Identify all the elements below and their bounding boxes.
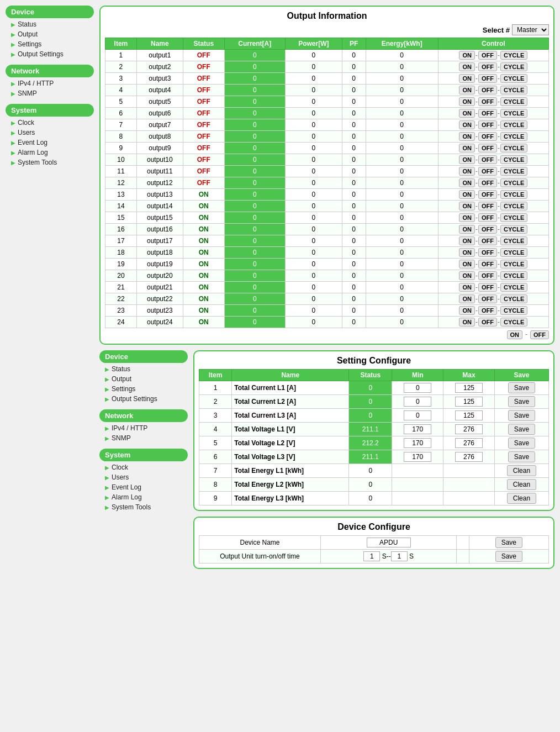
sidebar-item-system-tools[interactable]: ▶System Tools	[99, 502, 188, 512]
cycle-button[interactable]: CYCLE	[500, 236, 527, 245]
off-button[interactable]: OFF	[478, 236, 497, 245]
bottom-on-button[interactable]: ON	[507, 330, 523, 339]
setting-max-input[interactable]	[455, 452, 483, 462]
sidebar-item-output[interactable]: ▶Output	[6, 29, 94, 39]
cycle-button[interactable]: CYCLE	[500, 283, 527, 292]
sidebar-item-event-log[interactable]: ▶Event Log	[6, 138, 94, 148]
setting-min[interactable]	[392, 436, 443, 450]
off-button[interactable]: OFF	[478, 97, 497, 106]
sidebar-item-event-log[interactable]: ▶Event Log	[99, 482, 188, 492]
sidebar-item-snmp[interactable]: ▶SNMP	[6, 88, 94, 98]
sidebar-item-status[interactable]: ▶Status	[6, 19, 94, 29]
setting-max[interactable]	[443, 395, 495, 409]
setting-min-input[interactable]	[404, 424, 431, 434]
setting-action[interactable]: Clean	[494, 464, 548, 478]
setting-min[interactable]	[392, 381, 443, 395]
device-on-time-input[interactable]	[363, 551, 380, 561]
sidebar-item-snmp[interactable]: ▶SNMP	[99, 433, 188, 443]
cycle-button[interactable]: CYCLE	[500, 74, 527, 83]
sidebar-item-output-settings[interactable]: ▶Output Settings	[99, 394, 188, 404]
device-off-time-input[interactable]	[391, 551, 408, 561]
sidebar-item-system-tools[interactable]: ▶System Tools	[6, 157, 94, 167]
on-button[interactable]: ON	[459, 225, 475, 234]
setting-max-input[interactable]	[455, 410, 483, 420]
sidebar-item-status[interactable]: ▶Status	[99, 364, 188, 374]
master-select[interactable]: Master	[512, 24, 549, 35]
setting-action[interactable]: Clean	[494, 478, 548, 492]
on-button[interactable]: ON	[459, 74, 475, 83]
off-button[interactable]: OFF	[478, 271, 497, 280]
on-button[interactable]: ON	[459, 236, 475, 245]
cycle-button[interactable]: CYCLE	[500, 202, 527, 210]
setting-action[interactable]: Save	[494, 395, 548, 409]
off-button[interactable]: OFF	[478, 74, 497, 83]
on-button[interactable]: ON	[459, 132, 475, 141]
setting-action[interactable]: Save	[494, 423, 548, 436]
off-button[interactable]: OFF	[478, 190, 497, 199]
cycle-button[interactable]: CYCLE	[500, 155, 527, 164]
sidebar-item-settings[interactable]: ▶Settings	[6, 39, 94, 49]
on-button[interactable]: ON	[459, 120, 475, 129]
cycle-button[interactable]: CYCLE	[500, 120, 527, 129]
setting-max[interactable]	[443, 381, 495, 395]
save-button[interactable]: Save	[508, 382, 535, 393]
sidebar-item-users[interactable]: ▶Users	[99, 472, 188, 482]
cycle-button[interactable]: CYCLE	[500, 248, 527, 257]
on-button[interactable]: ON	[459, 283, 475, 292]
on-button[interactable]: ON	[459, 167, 475, 176]
device-time-save[interactable]: Save	[469, 550, 548, 564]
save-button[interactable]: Save	[508, 438, 535, 449]
cycle-button[interactable]: CYCLE	[500, 178, 527, 187]
on-button[interactable]: ON	[459, 306, 475, 315]
setting-min-input[interactable]	[404, 383, 431, 393]
on-button[interactable]: ON	[459, 109, 475, 118]
off-button[interactable]: OFF	[478, 213, 497, 222]
setting-min[interactable]	[392, 423, 443, 436]
off-button[interactable]: OFF	[478, 178, 497, 187]
setting-action[interactable]: Save	[494, 436, 548, 450]
setting-max[interactable]	[443, 423, 495, 436]
off-button[interactable]: OFF	[478, 318, 497, 326]
setting-min-input[interactable]	[404, 410, 431, 420]
cycle-button[interactable]: CYCLE	[500, 294, 527, 303]
off-button[interactable]: OFF	[478, 144, 497, 152]
device-time-value-cell[interactable]: S-- S	[321, 550, 457, 564]
off-button[interactable]: OFF	[478, 248, 497, 257]
sidebar-item-clock[interactable]: ▶Clock	[99, 462, 188, 472]
on-button[interactable]: ON	[459, 51, 475, 60]
setting-action[interactable]: Save	[494, 409, 548, 423]
cycle-button[interactable]: CYCLE	[500, 190, 527, 199]
sidebar-item-settings[interactable]: ▶Settings	[99, 384, 188, 394]
bottom-off-button[interactable]: OFF	[530, 330, 549, 339]
setting-action[interactable]: Save	[494, 450, 548, 464]
sidebar-item-output-settings[interactable]: ▶Output Settings	[6, 49, 94, 59]
setting-min-input[interactable]	[404, 452, 431, 462]
on-button[interactable]: ON	[459, 190, 475, 199]
sidebar-item-users[interactable]: ▶Users	[6, 128, 94, 138]
setting-max-input[interactable]	[455, 424, 483, 434]
save-button[interactable]: Save	[508, 410, 535, 421]
off-button[interactable]: OFF	[478, 294, 497, 303]
on-button[interactable]: ON	[459, 271, 475, 280]
cycle-button[interactable]: CYCLE	[500, 62, 527, 71]
setting-max-input[interactable]	[455, 383, 483, 393]
clean-button[interactable]: Clean	[507, 479, 536, 490]
off-button[interactable]: OFF	[478, 306, 497, 315]
cycle-button[interactable]: CYCLE	[500, 132, 527, 141]
on-button[interactable]: ON	[459, 248, 475, 257]
cycle-button[interactable]: CYCLE	[500, 271, 527, 280]
device-save[interactable]: Save	[469, 536, 548, 550]
cycle-button[interactable]: CYCLE	[500, 109, 527, 118]
setting-min[interactable]	[392, 395, 443, 409]
sidebar-item-output[interactable]: ▶Output	[99, 374, 188, 384]
off-button[interactable]: OFF	[478, 109, 497, 118]
off-button[interactable]: OFF	[478, 86, 497, 94]
sidebar-item-ipv4--http[interactable]: ▶IPv4 / HTTP	[6, 78, 94, 88]
setting-max[interactable]	[443, 409, 495, 423]
off-button[interactable]: OFF	[478, 167, 497, 176]
setting-max[interactable]	[443, 436, 495, 450]
sidebar-item-ipv4--http[interactable]: ▶IPv4 / HTTP	[99, 423, 188, 433]
on-button[interactable]: ON	[459, 213, 475, 222]
setting-action[interactable]: Clean	[494, 492, 548, 505]
off-button[interactable]: OFF	[478, 260, 497, 268]
